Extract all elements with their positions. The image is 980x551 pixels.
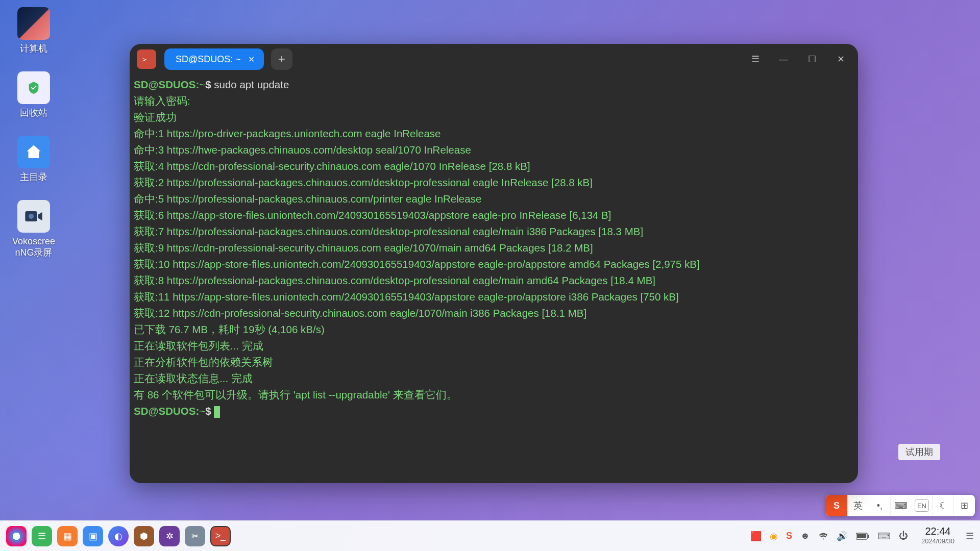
- terminal-task-icon[interactable]: >_: [210, 526, 231, 546]
- ime-language-toggle[interactable]: 英: [847, 495, 869, 516]
- package-icon[interactable]: ⬢: [134, 526, 154, 546]
- ime-en-toggle[interactable]: EN: [915, 499, 929, 512]
- terminal-output-line: 获取:9 https://cdn-professional-security.c…: [134, 242, 593, 254]
- terminal-output-line: 正在读取状态信息... 完成: [134, 372, 253, 384]
- terminal-app-icon: >_: [137, 49, 156, 69]
- desktop-home-icon[interactable]: 主目录: [11, 136, 56, 183]
- computer-icon: [17, 7, 50, 40]
- multitask-icon[interactable]: ☰: [32, 526, 52, 546]
- terminal-output-line: 命中:5 https://professional-packages.china…: [134, 193, 481, 205]
- desktop-computer-icon[interactable]: 计算机: [11, 7, 56, 54]
- ime-punctuation-toggle[interactable]: •,: [869, 495, 890, 516]
- clock-time: 22:44: [921, 526, 954, 536]
- terminal-body[interactable]: SD@SDUOS:~$ sudo apt update 请输入密码: 验证成功 …: [130, 74, 858, 423]
- svg-rect-4: [868, 535, 869, 538]
- close-button[interactable]: ✕: [828, 47, 853, 71]
- terminal-output-line: 获取:4 https://cdn-professional-security.c…: [134, 160, 530, 172]
- terminal-output-line: 正在读取软件包列表... 完成: [134, 340, 263, 352]
- terminal-output-line: 正在分析软件包的依赖关系树: [134, 356, 273, 368]
- ime-grid-icon[interactable]: ⊞: [953, 495, 975, 516]
- terminal-output-line: 获取:11 https://app-store-files.uniontech.…: [134, 291, 679, 303]
- wifi-icon[interactable]: [818, 531, 828, 541]
- terminal-output-line: 获取:7 https://professional-packages.china…: [134, 226, 643, 237]
- desktop-icon-label: Vokoscree nNG录屏: [12, 236, 55, 258]
- desktop-icon-label: 计算机: [20, 43, 47, 54]
- system-tray: 🟥 ◉ S ☻ 🔊 ⌨ ⏻ 22:44 2024/09/30 ☰: [750, 526, 974, 546]
- tray-sync-icon[interactable]: ◉: [770, 531, 778, 542]
- power-icon[interactable]: ⏻: [899, 531, 908, 541]
- terminal-command: sudo apt update: [214, 79, 289, 90]
- tray-sogou-icon[interactable]: S: [786, 531, 792, 541]
- hamburger-menu-icon[interactable]: ☰: [743, 47, 767, 71]
- notification-center-icon[interactable]: ☰: [966, 531, 974, 542]
- window-titlebar[interactable]: >_ SD@SDUOS: ~ ✕ + ☰ — ☐ ✕: [130, 44, 858, 74]
- terminal-output-line: 获取:8 https://professional-packages.china…: [134, 274, 655, 286]
- terminal-output-line: 获取:6 https://app-store-files.uniontech.c…: [134, 209, 611, 221]
- terminal-window: >_ SD@SDUOS: ~ ✕ + ☰ — ☐ ✕ SD@SDUOS:~$ s…: [130, 44, 858, 483]
- vokoscreen-icon: [17, 200, 50, 233]
- ime-moon-icon[interactable]: ☾: [932, 495, 953, 516]
- svg-point-1: [29, 214, 34, 219]
- ime-toolbar[interactable]: S 英 •, ⌨ EN ☾ ⊞: [826, 495, 975, 516]
- desktop-icon-label: 主目录: [20, 171, 47, 183]
- taskbar: ☰ ▦ ▣ ◐ ⬢ ✲ ✂ >_ 🟥 ◉ S ☻ 🔊 ⌨ ⏻ 22:44 202…: [0, 520, 980, 551]
- clock[interactable]: 22:44 2024/09/30: [921, 526, 954, 546]
- terminal-output-line: 命中:3 https://hwe-packages.chinauos.com/d…: [134, 144, 471, 156]
- terminal-output-line: 命中:1 https://pro-driver-packages.unionte…: [134, 128, 441, 139]
- launcher-icon[interactable]: [6, 526, 27, 546]
- keyboard-tray-icon[interactable]: ⌨: [877, 531, 891, 542]
- volume-icon[interactable]: 🔊: [837, 531, 848, 542]
- terminal-output-line: 获取:2 https://professional-packages.china…: [134, 177, 593, 188]
- terminal-output-line: 验证成功: [134, 111, 177, 123]
- svg-rect-3: [857, 534, 866, 538]
- tray-app-icon[interactable]: 🟥: [750, 531, 762, 542]
- terminal-cursor: [214, 406, 220, 418]
- browser-icon[interactable]: ◐: [108, 526, 129, 546]
- home-icon: [17, 136, 50, 168]
- tray-assistant-icon[interactable]: ☻: [800, 531, 810, 541]
- terminal-tab-active[interactable]: SD@SDUOS: ~ ✕: [164, 48, 264, 70]
- trial-badge: 试用期: [898, 444, 940, 460]
- terminal-output-line: 请输入密码:: [134, 95, 190, 107]
- settings-icon[interactable]: ✲: [159, 526, 180, 546]
- tab-title: SD@SDUOS: ~: [176, 54, 241, 65]
- desktop-icon-label: 回收站: [20, 107, 47, 118]
- desktop-vokoscreen-icon[interactable]: Vokoscree nNG录屏: [11, 200, 56, 258]
- battery-icon[interactable]: [856, 532, 869, 540]
- file-manager-icon[interactable]: ▣: [83, 526, 103, 546]
- trash-icon: [17, 71, 50, 104]
- minimize-button[interactable]: —: [771, 47, 796, 71]
- terminal-output-line: 已下载 76.7 MB，耗时 19秒 (4,106 kB/s): [134, 323, 325, 335]
- screenshot-icon[interactable]: ✂: [185, 526, 205, 546]
- clock-date: 2024/09/30: [921, 536, 954, 546]
- ime-logo-icon[interactable]: S: [826, 495, 847, 516]
- maximize-button[interactable]: ☐: [800, 47, 824, 71]
- terminal-output-line: 获取:12 https://cdn-professional-security.…: [134, 307, 586, 319]
- prompt-user: SD@SDUOS: [134, 79, 195, 90]
- terminal-output-line: 有 86 个软件包可以升级。请执行 'apt list --upgradable…: [134, 389, 457, 400]
- terminal-output-line: 获取:10 https://app-store-files.uniontech.…: [134, 258, 700, 270]
- desktop-trash-icon[interactable]: 回收站: [11, 71, 56, 118]
- ime-keyboard-icon[interactable]: ⌨: [890, 495, 912, 516]
- new-tab-button[interactable]: +: [271, 48, 292, 70]
- close-tab-icon[interactable]: ✕: [248, 55, 255, 64]
- app-store-icon[interactable]: ▦: [57, 526, 78, 546]
